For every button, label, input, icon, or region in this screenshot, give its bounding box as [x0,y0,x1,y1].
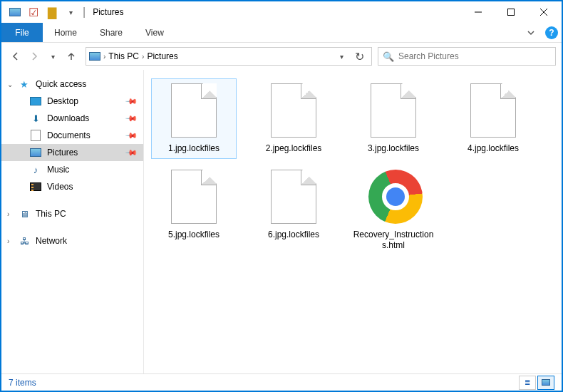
explorer-app-icon [7,5,23,19]
sidebar-item-label: Documents [47,130,91,140]
music-icon: ♪ [30,164,41,175]
network-icon: 🖧 [19,235,30,247]
sidebar-item-music[interactable]: ♪ Music [1,161,143,178]
breadcrumb-this-pc[interactable]: This PC [108,51,139,61]
file-name: 4.jpg.lockfiles [468,143,519,154]
sidebar-item-pictures[interactable]: Pictures 📌 [1,144,143,161]
file-name: 1.jpg.lockfiles [168,143,219,154]
sidebar-network[interactable]: › 🖧 Network [1,232,143,249]
videos-icon [30,181,41,192]
search-input[interactable] [398,51,551,61]
recent-dropdown-icon[interactable]: ▾ [44,48,61,65]
file-item[interactable]: 4.jpg.lockfiles [450,78,536,159]
sidebar-item-label: Music [47,165,69,175]
sidebar-item-downloads[interactable]: ⬇ Downloads 📌 [1,110,143,127]
help-button[interactable]: ? [542,23,562,42]
blank-file-icon [169,83,219,139]
tab-view[interactable]: View [134,23,175,42]
blank-file-icon [468,83,518,139]
file-name: 6.jpg.lockfiles [268,229,319,240]
nav-pane: ⌄ ★ Quick access Desktop 📌 ⬇ Downloads 📌… [1,70,144,373]
explorer-window: ☑ ▇ ▾ | Pictures File Home Share View ? … [1,1,562,391]
sidebar-item-label: Pictures [47,148,78,158]
sidebar-this-pc[interactable]: › 🖥 This PC [1,205,143,222]
icons-view-button[interactable] [537,376,554,390]
tab-home[interactable]: Home [43,23,88,42]
chevron-right-icon: › [142,53,144,61]
file-name: 5.jpg.lockfiles [168,229,219,240]
documents-icon [30,130,41,141]
nav-buttons: ▾ [7,48,80,65]
downloads-icon: ⬇ [30,113,41,124]
pin-icon: 📌 [124,145,138,159]
blank-file-icon [269,83,319,139]
sidebar-item-label: Downloads [47,113,89,123]
address-bar-row: ▾ › This PC › Pictures ▾ ↻ 🔍 [1,43,562,70]
quick-access-toolbar: ☑ ▇ ▾ [3,5,83,19]
pin-icon: 📌 [124,94,138,108]
address-dropdown-icon[interactable]: ▾ [336,53,348,61]
sidebar-item-desktop[interactable]: Desktop 📌 [1,93,143,110]
titlebar-separator: | [83,6,86,19]
titlebar: ☑ ▇ ▾ | Pictures [1,1,562,23]
chrome-icon [368,170,418,225]
file-item[interactable]: 2.jpeg.lockfiles [251,78,336,159]
sidebar-item-documents[interactable]: Documents 📌 [1,127,143,144]
tab-share[interactable]: Share [88,23,134,42]
file-name: 2.jpeg.lockfiles [266,143,322,154]
pin-icon: 📌 [124,111,138,125]
forward-button[interactable] [26,48,43,65]
pin-icon: 📌 [124,128,138,142]
qat-properties-icon[interactable]: ☑ [26,5,41,19]
ribbon: File Home Share View ? [1,23,562,43]
tab-file[interactable]: File [1,23,43,42]
ribbon-collapse-icon[interactable] [520,23,542,42]
qat-newfolder-icon[interactable]: ▇ [44,5,60,19]
breadcrumb-pictures[interactable]: Pictures [147,51,177,61]
file-item[interactable]: 6.jpg.lockfiles [251,165,336,256]
sidebar-item-label: Network [36,236,67,246]
refresh-button[interactable]: ↻ [351,50,368,63]
minimize-button[interactable] [462,1,495,23]
sidebar-item-label: Videos [47,182,73,192]
sidebar-item-label: This PC [36,209,66,219]
up-button[interactable] [63,48,80,65]
help-icon: ? [545,26,558,39]
chevron-down-icon: ⌄ [7,81,13,88]
file-name: Recovery_Instructions.html [353,229,434,251]
file-item[interactable]: Recovery_Instructions.html [351,165,436,256]
details-view-button[interactable]: ≣ [519,376,536,390]
close-button[interactable] [527,1,560,23]
window-title: Pictures [93,7,123,17]
desktop-icon [30,96,41,107]
sidebar-quick-access[interactable]: ⌄ ★ Quick access [1,76,143,93]
back-button[interactable] [7,48,24,65]
body: ⌄ ★ Quick access Desktop 📌 ⬇ Downloads 📌… [1,70,562,373]
svg-rect-1 [508,9,515,16]
chevron-right-icon: › [103,53,105,61]
file-item[interactable]: 1.jpg.lockfiles [151,78,237,159]
sidebar-item-videos[interactable]: Videos [1,178,143,195]
sidebar-label: Quick access [36,79,86,89]
file-item[interactable]: 3.jpg.lockfiles [351,78,436,159]
address-bar[interactable]: › This PC › Pictures ▾ ↻ [86,47,372,66]
chevron-right-icon: › [7,237,9,245]
this-pc-icon: 🖥 [19,208,30,220]
blank-file-icon [169,170,219,225]
qat-dropdown-icon[interactable]: ▾ [63,5,78,19]
location-pictures-icon [89,51,100,62]
star-icon: ★ [19,78,30,90]
blank-file-icon [269,170,319,225]
item-count: 7 items [9,378,36,388]
sidebar-item-label: Desktop [47,96,78,106]
search-box[interactable]: 🔍 [378,47,556,66]
pictures-icon [30,147,41,158]
blank-file-icon [368,83,418,139]
status-bar: 7 items ≣ [1,373,562,391]
files-pane[interactable]: 1.jpg.lockfiles2.jpeg.lockfiles3.jpg.loc… [144,70,562,373]
file-item[interactable]: 5.jpg.lockfiles [151,165,237,256]
maximize-button[interactable] [495,1,527,23]
file-name: 3.jpg.lockfiles [368,143,419,154]
search-icon: 🔍 [383,51,394,62]
chevron-right-icon: › [7,210,9,218]
